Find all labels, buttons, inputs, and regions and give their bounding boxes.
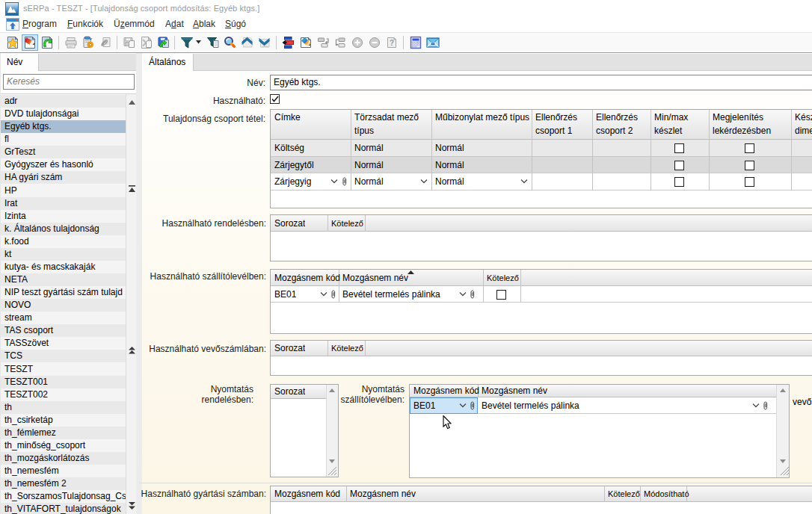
svg-text:?: ? — [390, 39, 394, 47]
